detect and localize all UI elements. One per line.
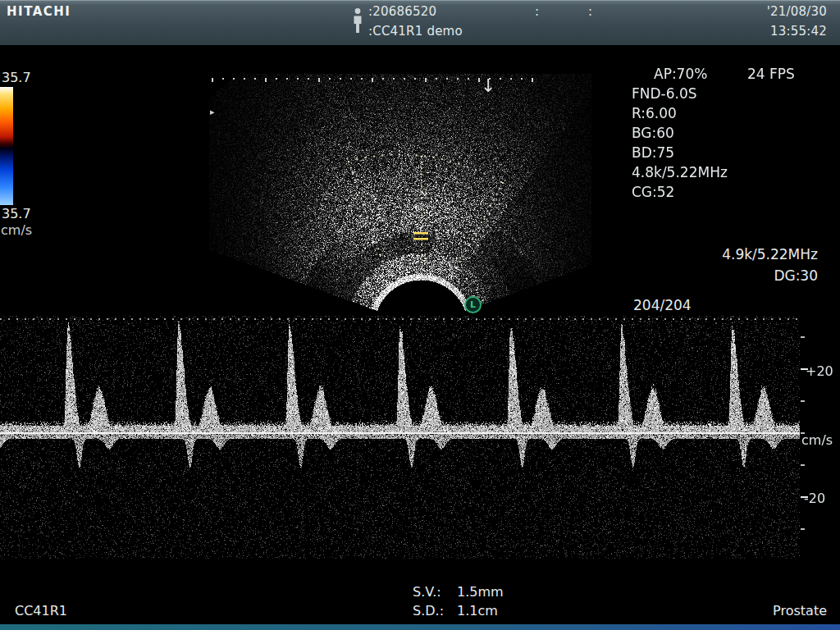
sample-volume-label: S.V.: <box>413 584 441 600</box>
brand-logo: HITACHI <box>7 4 71 19</box>
patient-id: :20686520 <box>368 4 436 19</box>
velocity-scale-unit: cm/s <box>801 432 833 448</box>
doppler-prf-frequency: 4.9k/5.22MHz <box>722 246 818 262</box>
velocity-scale-plus: +20 <box>806 363 833 379</box>
colorbar-min-value: 35.7 <box>2 206 31 221</box>
probe-model: FND-6.0S <box>632 85 697 102</box>
colorbar-max-value: 35.7 <box>2 70 31 85</box>
system-model: CC41R1 <box>15 603 67 619</box>
color-prf-frequency: 4.8k/5.22MHz <box>632 164 728 180</box>
patient-icon <box>353 7 363 39</box>
doppler-spectrum <box>0 316 812 559</box>
frame-rate: 24 FPS <box>747 66 795 82</box>
down-arrow-icon: ↓ <box>481 77 495 95</box>
field-separator-1: : <box>535 4 539 19</box>
depth-setting: R:6.00 <box>632 105 677 121</box>
orientation-marker: L <box>464 296 482 313</box>
time-display: 13:55:42 <box>770 24 827 39</box>
date-display: '21/08/30 <box>767 4 827 19</box>
sample-depth-label: S.D.: <box>413 603 444 619</box>
exam-id: :CC41R1 demo <box>368 24 463 39</box>
acoustic-power: AP:70% <box>654 66 707 82</box>
sample-volume-value: 1.5mm <box>457 584 504 600</box>
bottom-status-bar <box>0 624 840 630</box>
velocity-scale-minus: -20 <box>804 491 825 506</box>
doppler-gain: DG:30 <box>774 267 818 284</box>
header-bar: HITACHI :20686520 : : :CC41R1 demo '21/0… <box>0 0 840 45</box>
b-gain: BG:60 <box>632 125 674 141</box>
b-mode-image <box>209 74 591 317</box>
ultrasound-screen: HITACHI :20686520 : : :CC41R1 demo '21/0… <box>0 0 840 630</box>
b-dynamic-range: BD:75 <box>632 144 674 161</box>
probe-orientation-icon: ▸ <box>210 107 215 116</box>
field-separator-2: : <box>588 4 592 19</box>
colorbar-unit: cm/s <box>1 222 32 238</box>
color-gain: CG:52 <box>632 184 674 200</box>
exam-preset: Prostate <box>773 603 827 619</box>
color-doppler-bar <box>0 87 13 205</box>
sample-depth-value: 1.1cm <box>457 603 498 619</box>
cine-frame-counter: 204/204 <box>633 297 692 313</box>
